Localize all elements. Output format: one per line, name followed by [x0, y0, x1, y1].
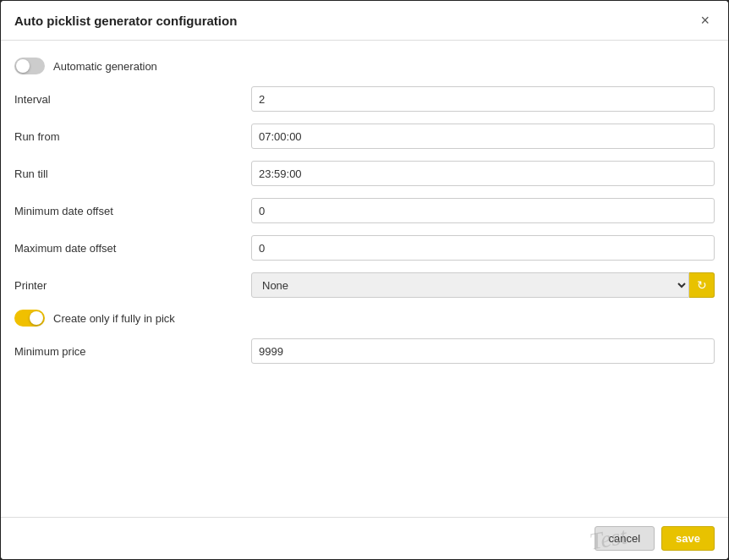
modal-dialog: Auto picklist generator configuration × … [1, 1, 728, 559]
interval-row: Interval [14, 86, 715, 112]
printer-label: Printer [14, 279, 251, 292]
interval-input[interactable] [251, 86, 715, 112]
run-till-label: Run till [14, 167, 251, 180]
run-till-row: Run till [14, 161, 715, 186]
run-till-input[interactable] [251, 161, 715, 186]
min-date-offset-input[interactable] [251, 198, 715, 223]
close-button[interactable]: × [695, 11, 715, 30]
create-only-row: Create only if fully in pick [14, 310, 715, 327]
toggle-thumb-create [30, 311, 43, 325]
modal-footer: Test cancel save [1, 517, 728, 559]
min-date-offset-row: Minimum date offset [14, 198, 715, 223]
min-date-offset-label: Minimum date offset [14, 205, 251, 217]
min-price-input[interactable] [251, 338, 715, 364]
run-from-input[interactable] [251, 124, 715, 149]
modal-title: Auto picklist generator configuration [14, 14, 237, 28]
toggle-thumb-auto [16, 59, 30, 73]
max-date-offset-row: Maximum date offset [14, 235, 715, 261]
modal-header: Auto picklist generator configuration × [1, 1, 728, 41]
refresh-printer-button[interactable]: ↻ [689, 272, 715, 298]
cancel-button[interactable]: cancel [595, 526, 655, 551]
printer-select-wrap: None ↻ [251, 272, 715, 298]
modal-body: Automatic generation Interval Run from R… [1, 41, 728, 517]
create-only-toggle[interactable] [14, 310, 45, 327]
run-from-label: Run from [14, 130, 251, 143]
printer-select[interactable]: None [251, 272, 689, 298]
modal-overlay: Auto picklist generator configuration × … [0, 0, 729, 560]
refresh-icon: ↻ [697, 278, 707, 292]
automatic-generation-label: Automatic generation [53, 60, 157, 73]
printer-row: Printer None ↻ [14, 272, 715, 298]
create-only-label: Create only if fully in pick [53, 312, 175, 325]
run-from-row: Run from [14, 124, 715, 149]
max-date-offset-label: Maximum date offset [14, 242, 251, 255]
automatic-generation-toggle[interactable] [14, 58, 45, 74]
min-price-label: Minimum price [14, 345, 251, 358]
automatic-generation-row: Automatic generation [14, 58, 715, 74]
interval-label: Interval [14, 93, 251, 106]
save-button[interactable]: save [661, 526, 715, 551]
max-date-offset-input[interactable] [251, 235, 715, 261]
min-price-row: Minimum price [14, 338, 715, 364]
